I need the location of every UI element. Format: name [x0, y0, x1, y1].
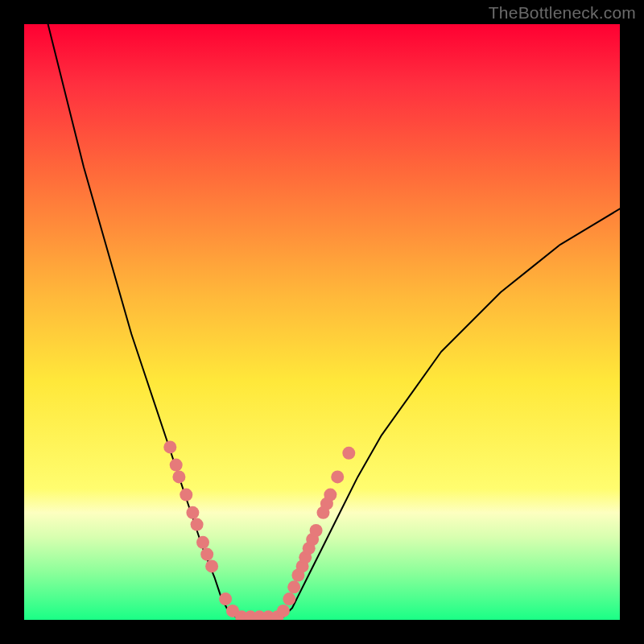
marker-dot [186, 506, 199, 519]
marker-dot [324, 489, 336, 502]
stage: TheBottleneck.com [0, 0, 644, 644]
marker-dot [342, 447, 355, 460]
marker-dot [331, 470, 344, 483]
marker-dot [277, 605, 290, 617]
marker-dot [172, 470, 185, 483]
plot-area [24, 24, 620, 620]
marker-dot [196, 536, 209, 549]
marker-dot [180, 489, 192, 502]
marker-dot [200, 548, 213, 561]
marker-dot [170, 459, 183, 472]
marker-dot [163, 440, 176, 453]
marker-dot [287, 580, 300, 593]
marker-dot [205, 559, 218, 572]
marker-dot [219, 592, 232, 605]
watermark-text: TheBottleneck.com [489, 3, 636, 23]
chart-svg [24, 24, 620, 620]
marker-dot [283, 592, 295, 605]
marker-dot [191, 518, 204, 531]
marker-dot [310, 524, 323, 537]
